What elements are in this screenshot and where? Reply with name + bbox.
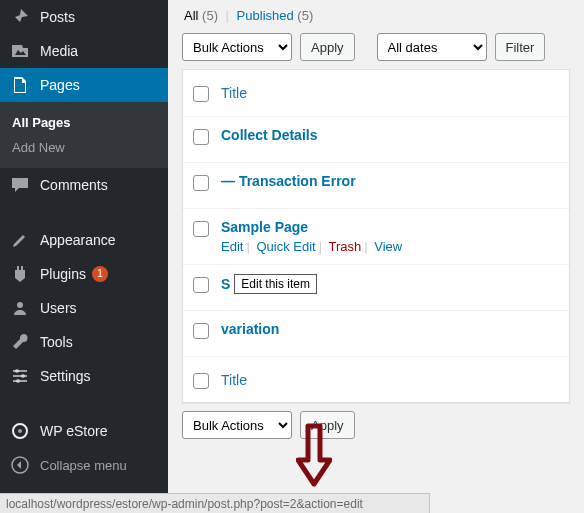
sidebar-item-plugins[interactable]: Plugins 1: [0, 257, 168, 291]
collapse-menu[interactable]: Collapse menu: [0, 448, 168, 482]
tooltip: Edit this item: [234, 274, 317, 294]
admin-sidebar: Posts Media Pages All Pages Add New Comm…: [0, 0, 168, 513]
column-title-header[interactable]: Title: [221, 85, 247, 101]
svg-point-8: [18, 429, 22, 433]
sidebar-item-wp-estore[interactable]: WP eStore: [0, 414, 168, 448]
sidebar-item-label: WP eStore: [40, 423, 107, 439]
row-checkbox[interactable]: [193, 323, 209, 339]
table-row: — Transaction Error: [183, 162, 569, 208]
tools-icon: [10, 332, 30, 352]
separator: |: [222, 8, 233, 23]
tablenav-bottom: Bulk Actions Apply: [182, 411, 570, 439]
sidebar-item-label: Pages: [40, 77, 80, 93]
table-row: Collect Details: [183, 116, 569, 162]
menu-separator: [0, 210, 168, 215]
menu-separator: [0, 401, 168, 406]
page-title-link[interactable]: — Transaction Error: [221, 173, 356, 189]
action-edit[interactable]: Edit: [221, 239, 243, 254]
sidebar-item-posts[interactable]: Posts: [0, 0, 168, 34]
filter-all[interactable]: All: [184, 8, 198, 23]
sidebar-item-label: Tools: [40, 334, 73, 350]
sidebar-item-label: Comments: [40, 177, 108, 193]
select-all-checkbox-footer[interactable]: [193, 373, 209, 389]
apply-button[interactable]: Apply: [300, 33, 355, 61]
dates-select[interactable]: All dates: [377, 33, 487, 61]
select-all-checkbox[interactable]: [193, 86, 209, 102]
sidebar-item-label: Plugins: [40, 266, 86, 282]
sidebar-item-pages[interactable]: Pages: [0, 68, 168, 102]
apply-button-bottom[interactable]: Apply: [300, 411, 355, 439]
collapse-icon: [10, 455, 30, 475]
action-quick-edit[interactable]: Quick Edit: [256, 239, 315, 254]
row-actions: Edit| Quick Edit| Trash| View: [221, 239, 559, 254]
sidebar-item-label: Appearance: [40, 232, 116, 248]
page-title-link[interactable]: S: [221, 276, 230, 292]
sidebar-item-comments[interactable]: Comments: [0, 168, 168, 202]
submenu-item-add-new[interactable]: Add New: [0, 135, 168, 160]
table-row: Sample Page Edit| Quick Edit| Trash| Vie…: [183, 208, 569, 264]
table-footer-row: Title: [183, 356, 569, 402]
sidebar-item-tools[interactable]: Tools: [0, 325, 168, 359]
page-title-link[interactable]: Sample Page: [221, 219, 308, 235]
settings-icon: [10, 366, 30, 386]
filter-published[interactable]: Published: [237, 8, 294, 23]
comment-icon: [10, 175, 30, 195]
action-trash[interactable]: Trash: [328, 239, 361, 254]
svg-point-0: [17, 302, 23, 308]
svg-point-5: [21, 374, 25, 378]
collapse-label: Collapse menu: [40, 458, 127, 473]
svg-point-6: [16, 379, 20, 383]
sidebar-item-label: Settings: [40, 368, 91, 384]
row-checkbox[interactable]: [193, 175, 209, 191]
sidebar-item-label: Users: [40, 300, 77, 316]
sidebar-item-label: Posts: [40, 9, 75, 25]
bulk-actions-select-bottom[interactable]: Bulk Actions: [182, 411, 292, 439]
page-title-link[interactable]: Collect Details: [221, 127, 317, 143]
pin-icon: [10, 7, 30, 27]
sidebar-item-media[interactable]: Media: [0, 34, 168, 68]
svg-point-4: [15, 369, 19, 373]
pages-table: Title Collect Details — Transaction Erro…: [182, 69, 570, 403]
tablenav-top: Bulk Actions Apply All dates Filter: [182, 33, 570, 61]
action-view[interactable]: View: [374, 239, 402, 254]
browser-status-bar: localhost/wordpress/estore/wp-admin/post…: [0, 493, 430, 513]
sidebar-submenu-pages: All Pages Add New: [0, 102, 168, 168]
appearance-icon: [10, 230, 30, 250]
view-filter-links: All (5) | Published (5): [182, 6, 570, 31]
plugins-update-badge: 1: [92, 266, 108, 282]
media-icon: [10, 41, 30, 61]
sidebar-item-settings[interactable]: Settings: [0, 359, 168, 393]
store-icon: [10, 421, 30, 441]
sidebar-item-users[interactable]: Users: [0, 291, 168, 325]
content-area: All (5) | Published (5) Bulk Actions App…: [168, 0, 584, 513]
filter-all-count: (5): [202, 8, 218, 23]
row-checkbox[interactable]: [193, 221, 209, 237]
page-title-link[interactable]: variation: [221, 321, 279, 337]
table-row: variation: [183, 310, 569, 356]
filter-button[interactable]: Filter: [495, 33, 546, 61]
table-row: SEdit this item: [183, 264, 569, 310]
bulk-actions-select[interactable]: Bulk Actions: [182, 33, 292, 61]
row-checkbox[interactable]: [193, 277, 209, 293]
sidebar-item-appearance[interactable]: Appearance: [0, 223, 168, 257]
table-header-row: Title: [183, 70, 569, 116]
plugin-icon: [10, 264, 30, 284]
sidebar-item-label: Media: [40, 43, 78, 59]
submenu-item-all-pages[interactable]: All Pages: [0, 110, 168, 135]
users-icon: [10, 298, 30, 318]
filter-published-count: (5): [297, 8, 313, 23]
pages-icon: [10, 75, 30, 95]
column-title-footer[interactable]: Title: [221, 372, 247, 388]
row-checkbox[interactable]: [193, 129, 209, 145]
